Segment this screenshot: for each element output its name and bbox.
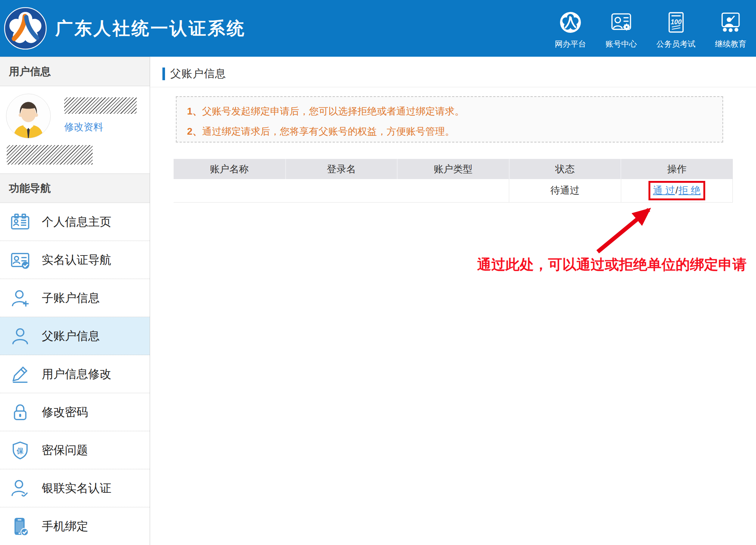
top-header: 广东人社统一认证系统 网办平台: [0, 0, 756, 57]
instruction-number: 2、: [187, 126, 202, 137]
instruction-line: 1、父账号发起绑定申请后，您可以选择拒绝或者通过绑定请求。: [187, 105, 722, 118]
page-title-row: 父账户信息: [162, 66, 226, 81]
sidebar-item-label: 个人信息主页: [42, 214, 111, 230]
sidebar-item-label: 手机绑定: [42, 519, 88, 534]
gov-platform-icon: [559, 10, 582, 34]
redacted-user-name: [64, 97, 137, 114]
continuing-education-icon: [719, 10, 742, 34]
nav-section-title: 功能导航: [0, 173, 150, 203]
sidebar-item-label: 实名认证导航: [42, 252, 111, 268]
sidebar-item-parent-account[interactable]: 父账户信息: [0, 317, 150, 355]
main-content: 父账户信息 1、父账号发起绑定申请后，您可以选择拒绝或者通过绑定请求。 2、通过…: [150, 57, 756, 545]
sidebar-item-child-account[interactable]: 子账户信息: [0, 279, 150, 317]
topnav-gov-platform[interactable]: 网办平台: [555, 10, 586, 49]
sidebar-item-label: 修改密码: [42, 404, 88, 420]
phone-verified-icon: [10, 517, 30, 536]
instruction-number: 1、: [187, 106, 202, 117]
redacted-account-cells: [174, 179, 509, 202]
user-info-section-title: 用户信息: [0, 57, 150, 86]
redacted-user-id: [7, 145, 93, 165]
col-action: 操作: [621, 159, 733, 179]
sidebar-item-unionpay-verify[interactable]: 银联实名认证: [0, 469, 150, 507]
approve-link[interactable]: 通 过: [653, 184, 675, 197]
shield-icon: 保: [10, 441, 30, 460]
instructions-box: 1、父账号发起绑定申请后，您可以选择拒绝或者通过绑定请求。 2、通过绑定请求后，…: [176, 96, 723, 142]
user-card: 修改资料: [0, 86, 150, 173]
top-nav: 网办平台: [555, 7, 746, 49]
topnav-label: 网办平台: [555, 39, 586, 49]
topnav-label: 账号中心: [606, 39, 637, 49]
id-card-verified-icon: [10, 250, 30, 270]
col-account-type: 账户类型: [397, 159, 509, 179]
annotation-arrow-icon: [593, 198, 668, 258]
topnav-continuing-education[interactable]: 继续教育: [715, 10, 746, 49]
pencil-icon: [10, 364, 30, 384]
sidebar-item-security-question[interactable]: 保 密保问题: [0, 431, 150, 469]
topnav-account-center[interactable]: 账号中心: [606, 10, 637, 49]
action-highlight-box: 通 过/拒 绝: [648, 181, 705, 200]
svg-text:保: 保: [16, 447, 24, 454]
sidebar-menu: 个人信息主页 实名认证导航: [0, 203, 150, 545]
id-badge-icon: [10, 212, 30, 232]
table-row: 待通过 通 过/拒 绝: [174, 179, 733, 202]
col-status: 状态: [509, 159, 621, 179]
sidebar-item-realname-nav[interactable]: 实名认证导航: [0, 241, 150, 279]
action-separator: /: [675, 185, 678, 196]
user-add-icon: [10, 288, 30, 308]
topnav-label: 继续教育: [715, 39, 746, 49]
brand: 广东人社统一认证系统: [4, 7, 246, 50]
user-icon: [10, 326, 30, 346]
title-divider: [150, 87, 756, 87]
sidebar-item-label: 密保问题: [42, 442, 88, 458]
lock-icon: [10, 403, 30, 422]
topnav-label: 公务员考试: [656, 39, 696, 49]
instruction-text: 通过绑定请求后，您将享有父账号的权益，方便账号管理。: [202, 126, 454, 137]
parent-account-table: 账户名称 登录名 账户类型 状态 操作 待通过 通 过/拒 绝: [174, 159, 733, 203]
sidebar: 用户信息 修改资料 功能导航: [0, 57, 150, 545]
user-verified-icon: [10, 479, 30, 498]
instruction-text: 父账号发起绑定申请后，您可以选择拒绝或者通过绑定请求。: [202, 106, 464, 117]
page-title: 父账户信息: [170, 66, 226, 81]
edit-profile-link[interactable]: 修改资料: [64, 120, 103, 134]
account-center-icon: [610, 10, 633, 34]
app-window: 广东人社统一认证系统 网办平台: [0, 0, 756, 545]
col-account-name: 账户名称: [174, 159, 286, 179]
sidebar-item-label: 子账户信息: [42, 290, 100, 306]
avatar: [6, 94, 51, 138]
title-accent-bar: [162, 68, 165, 80]
instruction-line: 2、通过绑定请求后，您将享有父账号的权益，方便账号管理。: [187, 125, 722, 138]
gdhrss-logo-icon: [4, 7, 47, 50]
sidebar-item-user-info-edit[interactable]: 用户信息修改: [0, 355, 150, 393]
status-cell: 待通过: [509, 179, 621, 202]
svg-text:100: 100: [671, 18, 682, 26]
col-login-name: 登录名: [286, 159, 398, 179]
action-cell: 通 过/拒 绝: [621, 179, 733, 202]
sidebar-item-label: 用户信息修改: [42, 366, 111, 382]
sidebar-item-personal-home[interactable]: 个人信息主页: [0, 203, 150, 241]
sidebar-item-label: 父账户信息: [42, 328, 100, 344]
topnav-civil-exam[interactable]: 100 公务员考试: [656, 10, 696, 49]
sidebar-item-change-password[interactable]: 修改密码: [0, 393, 150, 431]
sidebar-item-label: 银联实名认证: [42, 480, 111, 496]
reject-link[interactable]: 拒 绝: [678, 184, 700, 197]
sidebar-item-phone-binding[interactable]: 手机绑定: [0, 507, 150, 545]
app-title: 广东人社统一认证系统: [55, 17, 246, 40]
table-header-row: 账户名称 登录名 账户类型 状态 操作: [174, 159, 733, 179]
civil-exam-icon: 100: [665, 10, 688, 34]
annotation-text: 通过此处，可以通过或拒绝单位的绑定申请: [477, 255, 747, 274]
